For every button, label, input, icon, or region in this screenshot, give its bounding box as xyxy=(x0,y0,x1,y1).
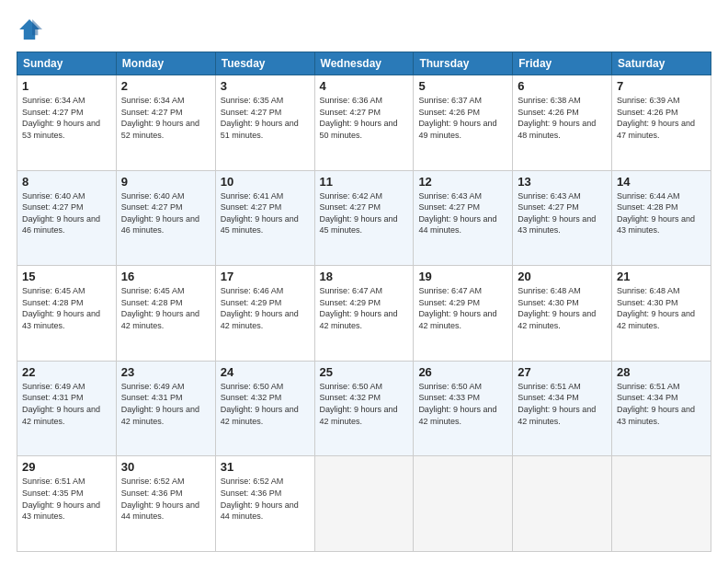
calendar-cell: 29Sunrise: 6:51 AMSunset: 4:35 PMDayligh… xyxy=(17,456,117,552)
calendar-cell: 1Sunrise: 6:34 AMSunset: 4:27 PMDaylight… xyxy=(17,75,117,171)
day-info: Sunrise: 6:51 AMSunset: 4:35 PMDaylight:… xyxy=(22,477,100,521)
day-info: Sunrise: 6:48 AMSunset: 4:30 PMDaylight:… xyxy=(617,286,695,330)
day-info: Sunrise: 6:42 AMSunset: 4:27 PMDaylight:… xyxy=(320,191,398,236)
day-number: 25 xyxy=(320,365,409,379)
day-info: Sunrise: 6:52 AMSunset: 4:36 PMDaylight:… xyxy=(221,477,299,521)
calendar-cell: 5Sunrise: 6:37 AMSunset: 4:26 PMDaylight… xyxy=(414,75,513,171)
calendar-cell: 31Sunrise: 6:52 AMSunset: 4:36 PMDayligh… xyxy=(215,456,314,552)
calendar-cell: 4Sunrise: 6:36 AMSunset: 4:27 PMDaylight… xyxy=(314,75,414,171)
calendar-cell: 26Sunrise: 6:50 AMSunset: 4:33 PMDayligh… xyxy=(414,361,513,456)
day-info: Sunrise: 6:45 AMSunset: 4:28 PMDaylight:… xyxy=(121,286,199,330)
day-info: Sunrise: 6:34 AMSunset: 4:27 PMDaylight:… xyxy=(121,96,199,140)
calendar-cell: 10Sunrise: 6:41 AMSunset: 4:27 PMDayligh… xyxy=(215,170,314,266)
calendar-cell: 30Sunrise: 6:52 AMSunset: 4:36 PMDayligh… xyxy=(116,456,215,552)
day-number: 11 xyxy=(320,175,409,189)
day-number: 30 xyxy=(121,460,210,474)
calendar-cell: 12Sunrise: 6:43 AMSunset: 4:27 PMDayligh… xyxy=(414,170,513,266)
day-number: 13 xyxy=(518,175,607,189)
day-info: Sunrise: 6:37 AMSunset: 4:26 PMDaylight:… xyxy=(418,96,496,140)
day-number: 21 xyxy=(617,270,706,283)
day-info: Sunrise: 6:38 AMSunset: 4:26 PMDaylight:… xyxy=(518,96,596,140)
day-number: 5 xyxy=(418,79,507,93)
day-info: Sunrise: 6:49 AMSunset: 4:31 PMDaylight:… xyxy=(121,382,199,426)
day-info: Sunrise: 6:50 AMSunset: 4:32 PMDaylight:… xyxy=(320,382,398,426)
calendar-cell: 25Sunrise: 6:50 AMSunset: 4:32 PMDayligh… xyxy=(314,361,414,456)
calendar-cell: 18Sunrise: 6:47 AMSunset: 4:29 PMDayligh… xyxy=(314,266,414,362)
day-info: Sunrise: 6:51 AMSunset: 4:34 PMDaylight:… xyxy=(617,382,695,426)
day-info: Sunrise: 6:46 AMSunset: 4:29 PMDaylight:… xyxy=(221,286,299,330)
page: SundayMondayTuesdayWednesdayThursdayFrid… xyxy=(0,0,728,563)
day-info: Sunrise: 6:36 AMSunset: 4:27 PMDaylight:… xyxy=(320,96,398,140)
calendar-cell: 15Sunrise: 6:45 AMSunset: 4:28 PMDayligh… xyxy=(17,266,117,362)
day-info: Sunrise: 6:51 AMSunset: 4:34 PMDaylight:… xyxy=(518,382,596,426)
day-info: Sunrise: 6:40 AMSunset: 4:27 PMDaylight:… xyxy=(22,191,100,236)
calendar-cell: 8Sunrise: 6:40 AMSunset: 4:27 PMDaylight… xyxy=(17,170,117,266)
day-info: Sunrise: 6:40 AMSunset: 4:27 PMDaylight:… xyxy=(121,191,199,236)
day-info: Sunrise: 6:41 AMSunset: 4:27 PMDaylight:… xyxy=(221,191,299,236)
day-number: 23 xyxy=(121,365,210,379)
logo xyxy=(17,17,46,42)
calendar-cell: 16Sunrise: 6:45 AMSunset: 4:28 PMDayligh… xyxy=(116,266,215,362)
day-number: 7 xyxy=(617,79,706,93)
day-info: Sunrise: 6:35 AMSunset: 4:27 PMDaylight:… xyxy=(221,96,299,140)
day-number: 19 xyxy=(418,270,507,283)
svg-marker-1 xyxy=(32,19,42,35)
day-info: Sunrise: 6:34 AMSunset: 4:27 PMDaylight:… xyxy=(22,96,100,140)
day-info: Sunrise: 6:49 AMSunset: 4:31 PMDaylight:… xyxy=(22,382,100,426)
day-number: 1 xyxy=(22,79,111,93)
day-number: 31 xyxy=(221,460,310,474)
calendar-cell: 7Sunrise: 6:39 AMSunset: 4:26 PMDaylight… xyxy=(612,75,711,171)
weekday-header: Sunday xyxy=(17,52,117,75)
calendar-table: SundayMondayTuesdayWednesdayThursdayFrid… xyxy=(17,52,711,552)
day-number: 9 xyxy=(121,175,210,189)
day-number: 24 xyxy=(221,365,310,379)
calendar-cell xyxy=(414,456,513,552)
day-number: 16 xyxy=(121,270,210,283)
day-number: 4 xyxy=(320,79,409,93)
day-info: Sunrise: 6:52 AMSunset: 4:36 PMDaylight:… xyxy=(121,477,199,521)
day-info: Sunrise: 6:45 AMSunset: 4:28 PMDaylight:… xyxy=(22,286,100,330)
day-number: 8 xyxy=(22,175,111,189)
calendar-cell: 27Sunrise: 6:51 AMSunset: 4:34 PMDayligh… xyxy=(513,361,612,456)
calendar-cell: 3Sunrise: 6:35 AMSunset: 4:27 PMDaylight… xyxy=(215,75,314,171)
calendar-cell: 9Sunrise: 6:40 AMSunset: 4:27 PMDaylight… xyxy=(116,170,215,266)
calendar-cell: 14Sunrise: 6:44 AMSunset: 4:28 PMDayligh… xyxy=(612,170,711,266)
day-number: 2 xyxy=(121,79,210,93)
day-number: 20 xyxy=(518,270,607,283)
day-number: 22 xyxy=(22,365,111,379)
day-number: 10 xyxy=(221,175,310,189)
header xyxy=(17,17,711,42)
calendar-cell: 19Sunrise: 6:47 AMSunset: 4:29 PMDayligh… xyxy=(414,266,513,362)
calendar-cell: 2Sunrise: 6:34 AMSunset: 4:27 PMDaylight… xyxy=(116,75,215,171)
calendar-cell: 24Sunrise: 6:50 AMSunset: 4:32 PMDayligh… xyxy=(215,361,314,456)
weekday-header: Tuesday xyxy=(215,52,314,75)
calendar-cell: 23Sunrise: 6:49 AMSunset: 4:31 PMDayligh… xyxy=(116,361,215,456)
calendar-cell: 11Sunrise: 6:42 AMSunset: 4:27 PMDayligh… xyxy=(314,170,414,266)
weekday-header: Monday xyxy=(116,52,215,75)
logo-icon xyxy=(17,17,42,42)
calendar-cell: 22Sunrise: 6:49 AMSunset: 4:31 PMDayligh… xyxy=(17,361,117,456)
calendar-cell: 20Sunrise: 6:48 AMSunset: 4:30 PMDayligh… xyxy=(513,266,612,362)
day-number: 26 xyxy=(418,365,507,379)
day-number: 14 xyxy=(617,175,706,189)
calendar-cell xyxy=(513,456,612,552)
day-number: 17 xyxy=(221,270,310,283)
day-number: 28 xyxy=(617,365,706,379)
day-number: 27 xyxy=(518,365,607,379)
calendar-cell: 28Sunrise: 6:51 AMSunset: 4:34 PMDayligh… xyxy=(612,361,711,456)
weekday-header: Saturday xyxy=(612,52,711,75)
calendar-cell: 21Sunrise: 6:48 AMSunset: 4:30 PMDayligh… xyxy=(612,266,711,362)
day-info: Sunrise: 6:50 AMSunset: 4:32 PMDaylight:… xyxy=(221,382,299,426)
day-number: 12 xyxy=(418,175,507,189)
calendar-cell: 13Sunrise: 6:43 AMSunset: 4:27 PMDayligh… xyxy=(513,170,612,266)
day-info: Sunrise: 6:44 AMSunset: 4:28 PMDaylight:… xyxy=(617,191,695,236)
day-info: Sunrise: 6:47 AMSunset: 4:29 PMDaylight:… xyxy=(320,286,398,330)
day-info: Sunrise: 6:50 AMSunset: 4:33 PMDaylight:… xyxy=(418,382,496,426)
day-info: Sunrise: 6:39 AMSunset: 4:26 PMDaylight:… xyxy=(617,96,695,140)
day-info: Sunrise: 6:47 AMSunset: 4:29 PMDaylight:… xyxy=(418,286,496,330)
calendar-cell: 17Sunrise: 6:46 AMSunset: 4:29 PMDayligh… xyxy=(215,266,314,362)
weekday-header: Friday xyxy=(513,52,612,75)
weekday-header: Thursday xyxy=(414,52,513,75)
day-number: 15 xyxy=(22,270,111,283)
day-info: Sunrise: 6:43 AMSunset: 4:27 PMDaylight:… xyxy=(418,191,496,236)
